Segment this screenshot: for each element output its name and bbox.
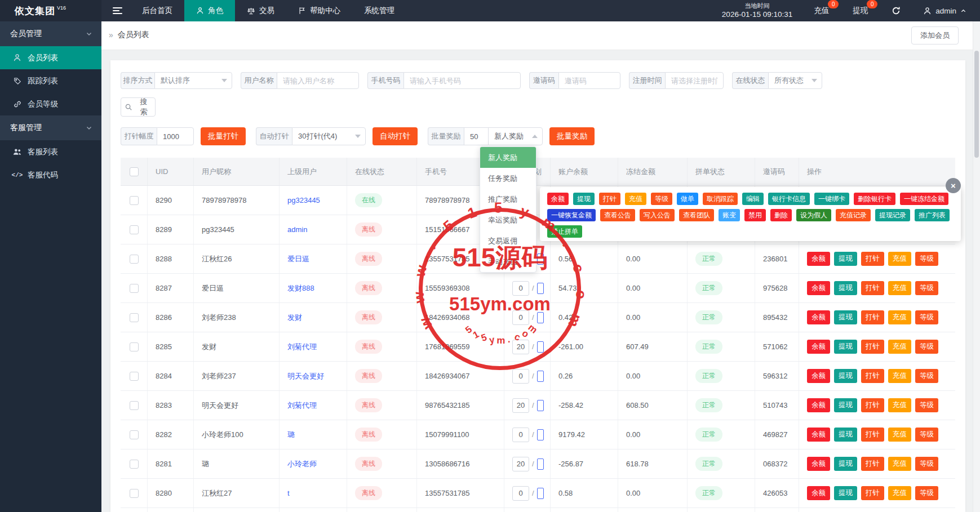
batch-inject-button[interactable]: 批量打针 (201, 127, 246, 145)
row-action-balance-button[interactable]: 余额 (807, 310, 830, 324)
row-action-level-button[interactable]: 等级 (915, 340, 938, 354)
sidebar-item-track-list[interactable]: 跟踪列表 (0, 69, 101, 92)
admin-menu[interactable]: admin (923, 7, 966, 15)
row-action-inject-button[interactable]: 打针 (861, 281, 884, 295)
scrollbar-thumb[interactable] (974, 51, 979, 158)
plan-target-box[interactable] (537, 253, 544, 265)
sidebar-item-member-list[interactable]: 会员列表 (0, 46, 101, 69)
withdraw-link[interactable]: 提现 0 (853, 6, 868, 16)
reward-option-2[interactable]: 推广奖励 (480, 189, 536, 210)
row-checkbox[interactable] (130, 342, 139, 351)
row-action-balance-button[interactable]: 余额 (807, 486, 830, 500)
row-action-withdraw-button[interactable]: 提现 (834, 281, 857, 295)
row-action-recharge-button[interactable]: 充值 (888, 428, 911, 442)
row-action-recharge-button[interactable]: 充值 (888, 340, 911, 354)
row-action-recharge-button[interactable]: 充值 (888, 281, 911, 295)
parent-user-link[interactable]: admin (287, 225, 307, 234)
row-checkbox[interactable] (130, 225, 139, 234)
popup-withdraw-records-button[interactable]: 提现记录 (875, 209, 910, 221)
row-action-balance-button[interactable]: 余额 (807, 428, 830, 442)
filter-sort-select[interactable]: 默认排序 (154, 72, 232, 89)
popup-view-notice-button[interactable]: 查看公告 (600, 209, 635, 221)
plan-count-input[interactable] (512, 369, 529, 384)
batch-reward-input[interactable] (464, 127, 489, 145)
row-checkbox[interactable] (130, 489, 139, 498)
popup-promo-list-button[interactable]: 推广列表 (915, 209, 950, 221)
search-button[interactable]: 搜 索 (121, 97, 156, 117)
plan-count-input[interactable] (512, 340, 529, 354)
row-action-recharge-button[interactable]: 充值 (888, 252, 911, 266)
refresh-icon[interactable] (892, 6, 901, 15)
row-action-inject-button[interactable]: 打针 (861, 340, 884, 354)
reward-option-3[interactable]: 幸运奖励 (480, 210, 536, 230)
filter-phone-input[interactable] (403, 72, 521, 89)
nav-item-system[interactable]: 系统管理 (352, 0, 406, 21)
batch-reward-button[interactable]: 批量奖励 (549, 127, 595, 145)
row-action-withdraw-button[interactable]: 提现 (834, 486, 857, 500)
nav-item-trade[interactable]: 交易 (235, 0, 286, 21)
sidebar-item-member-level[interactable]: 会员等级 (0, 92, 101, 115)
row-action-withdraw-button[interactable]: 提现 (834, 428, 857, 442)
row-action-recharge-button[interactable]: 充值 (888, 310, 911, 324)
nav-item-help[interactable]: 帮助中心 (286, 0, 352, 21)
row-action-level-button[interactable]: 等级 (915, 486, 938, 500)
sidebar-item-service-code[interactable]: </>客服代码 (0, 163, 101, 186)
row-action-recharge-button[interactable]: 充值 (888, 398, 911, 412)
parent-user-link[interactable]: 刘菊代理 (287, 342, 317, 352)
popup-recharge-button[interactable]: 充值 (625, 193, 646, 205)
plan-target-box[interactable] (537, 371, 544, 382)
parent-user-link[interactable]: pg323445 (287, 196, 320, 204)
popup-bank-card-info-button[interactable]: 银行卡信息 (768, 193, 810, 205)
popup-freeze-amount-button[interactable]: 一键冻结金额 (900, 193, 948, 205)
row-action-balance-button[interactable]: 余额 (807, 281, 830, 295)
row-action-inject-button[interactable]: 打针 (861, 428, 884, 442)
recharge-link[interactable]: 充值 0 (814, 6, 829, 16)
row-action-level-button[interactable]: 等级 (915, 428, 938, 442)
row-checkbox[interactable] (130, 196, 139, 205)
plan-count-input[interactable] (512, 457, 529, 471)
plan-target-box[interactable] (537, 458, 544, 470)
auto-inject-select[interactable]: 30打针(代4) (292, 127, 366, 145)
parent-user-link[interactable]: 小玲老师 (287, 459, 317, 469)
sidebar-group-member-manage[interactable]: 会员管理 (0, 21, 101, 46)
vertical-scrollbar[interactable] (973, 21, 980, 512)
parent-user-link[interactable]: 发财888 (287, 283, 314, 293)
popup-balance-button[interactable]: 余额 (547, 193, 569, 205)
filter-username-input[interactable] (277, 72, 359, 89)
popup-quick-bind-card-button[interactable]: 一键绑卡 (814, 193, 849, 205)
plan-count-input[interactable] (512, 281, 529, 296)
parent-user-link[interactable]: 璐 (287, 430, 295, 440)
close-icon[interactable]: × (946, 178, 961, 193)
row-action-balance-button[interactable]: 余额 (807, 369, 830, 383)
row-action-recharge-button[interactable]: 充值 (888, 457, 911, 471)
popup-delete-button[interactable]: 删除 (770, 209, 792, 221)
row-action-inject-button[interactable]: 打针 (861, 486, 884, 500)
row-action-inject-button[interactable]: 打针 (861, 252, 884, 266)
menu-toggle-icon[interactable] (113, 7, 122, 14)
popup-forbid-group-order-button[interactable]: 禁止拼单 (547, 225, 582, 238)
row-action-level-button[interactable]: 等级 (915, 252, 938, 266)
plan-count-input[interactable] (512, 310, 529, 325)
reward-option-0[interactable]: 新人奖励 (480, 147, 536, 168)
row-action-balance-button[interactable]: 余额 (807, 252, 830, 266)
plan-count-input[interactable] (512, 486, 529, 501)
filter-register-time-input[interactable] (665, 72, 724, 89)
filter-online-status-select[interactable]: 所有状态 (768, 72, 822, 89)
row-checkbox[interactable] (130, 460, 139, 469)
row-action-balance-button[interactable]: 余额 (807, 398, 830, 412)
row-action-recharge-button[interactable]: 充值 (888, 486, 911, 500)
plan-target-box[interactable] (537, 312, 544, 323)
reward-type-select[interactable]: 新人奖励 (488, 127, 543, 145)
plan-target-box[interactable] (537, 400, 544, 411)
popup-view-team-button[interactable]: 查看团队 (679, 209, 714, 221)
reward-option-1[interactable]: 任务奖励 (480, 168, 536, 189)
reward-option-5[interactable]: 手动充值 (480, 251, 536, 272)
row-action-recharge-button[interactable]: 充值 (888, 369, 911, 383)
row-action-withdraw-button[interactable]: 提现 (834, 457, 857, 471)
popup-make-order-button[interactable]: 做单 (677, 193, 698, 205)
inject-range-input[interactable] (157, 127, 194, 145)
sidebar-item-service-list[interactable]: 客服列表 (0, 140, 101, 163)
nav-item-home[interactable]: 后台首页 (130, 0, 184, 21)
plan-count-input[interactable] (512, 428, 529, 442)
row-checkbox[interactable] (130, 284, 139, 293)
